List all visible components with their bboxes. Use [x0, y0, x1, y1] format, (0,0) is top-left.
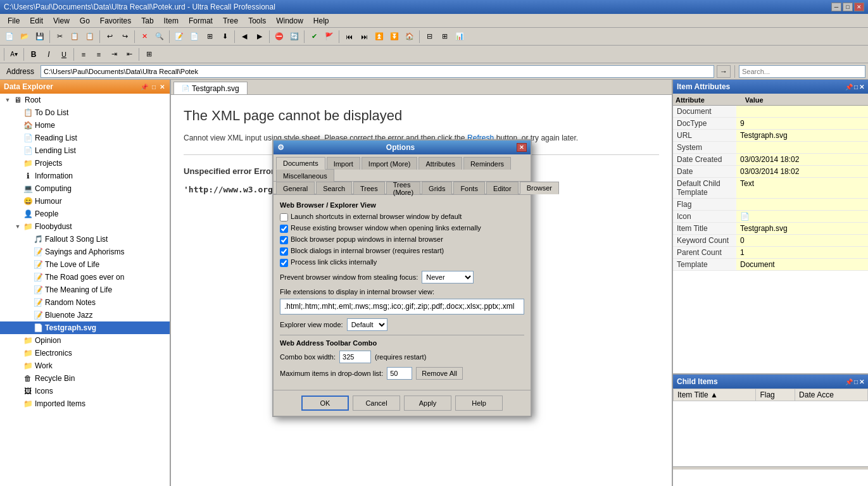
home-nav-btn[interactable]: 🏠 — [403, 30, 417, 44]
copy-btn[interactable]: 📋 — [68, 30, 82, 44]
cb-block-popup[interactable] — [280, 236, 288, 244]
indent-btn[interactable]: ⇥ — [107, 47, 121, 61]
menu-favorites[interactable]: Favorites — [95, 15, 136, 27]
tree-item-testgraph[interactable]: 📄 Testgraph.svg — [0, 321, 170, 334]
dialog-tab-import-more[interactable]: Import (More) — [362, 157, 418, 170]
child-col-flag[interactable]: Flag — [756, 389, 795, 401]
dialog-tab-documents[interactable]: Documents — [276, 157, 325, 170]
refresh-btn[interactable]: 🔄 — [287, 30, 301, 44]
delete-btn[interactable]: ✕ — [137, 30, 151, 44]
attr-close-btn[interactable]: ✕ — [859, 84, 864, 90]
menu-tree[interactable]: Tree — [218, 15, 243, 27]
flag-btn[interactable]: 🚩 — [322, 30, 336, 44]
dialog-tab-general[interactable]: General — [276, 182, 315, 194]
menu-edit[interactable]: Edit — [25, 15, 48, 27]
help-button[interactable]: Help — [455, 396, 503, 411]
tree-item-random[interactable]: 📝 Random Notes — [0, 296, 170, 309]
tree-item-people[interactable]: 👤 People — [0, 208, 170, 220]
dialog-tab-reminders[interactable]: Reminders — [463, 157, 511, 170]
menu-go[interactable]: Go — [75, 15, 95, 27]
font-size-btn[interactable]: A▾ — [7, 47, 21, 61]
tree-item-sayings[interactable]: 📝 Sayings and Aphorisms — [0, 246, 170, 258]
dialog-tab-grids[interactable]: Grids — [422, 182, 452, 194]
italic-btn[interactable]: I — [42, 47, 56, 61]
tree-item-info[interactable]: ℹ Information — [0, 170, 170, 182]
attr-float-btn[interactable]: □ — [854, 84, 858, 90]
dialog-close-btn[interactable]: ✕ — [517, 143, 527, 152]
cb-block-dialogs[interactable] — [280, 247, 288, 256]
panel-close-btn[interactable]: ✕ — [158, 84, 166, 90]
undo-btn[interactable]: ↩ — [103, 30, 116, 44]
child-pin-btn[interactable]: 📌 — [845, 378, 853, 385]
align-left-btn[interactable]: ≡ — [77, 47, 91, 61]
cb-process-links[interactable] — [280, 259, 288, 267]
search-input[interactable] — [739, 65, 865, 78]
back-btn[interactable]: ◀ — [237, 30, 251, 44]
dialog-tab-misc[interactable]: Miscellaneous — [276, 169, 334, 182]
find-btn[interactable]: 🔍 — [153, 30, 167, 44]
close-button[interactable]: ✕ — [854, 3, 864, 11]
tab-testgraph[interactable]: 📄 Testgraph.svg — [173, 82, 248, 94]
tree-item-recycle[interactable]: 🗑 Recycle Bin — [0, 372, 170, 385]
bold-btn[interactable]: B — [27, 47, 41, 61]
save-btn[interactable]: 💾 — [33, 30, 47, 44]
nav1-btn[interactable]: ⏮ — [342, 30, 356, 44]
add-child-btn[interactable]: 📝 — [172, 30, 186, 44]
table-btn[interactable]: ⊞ — [142, 47, 156, 61]
redo-btn[interactable]: ↪ — [118, 30, 132, 44]
go-button[interactable]: → — [717, 65, 731, 78]
tree-item-root[interactable]: ▼ 🖥 Root — [0, 94, 170, 106]
child-col-title[interactable]: Item Title ▲ — [674, 389, 756, 401]
child-close-btn[interactable]: ✕ — [859, 378, 864, 385]
new-btn[interactable]: 📄 — [3, 30, 16, 44]
paste-btn[interactable]: 📋 — [83, 30, 97, 44]
panel-float-btn[interactable]: □ — [151, 84, 157, 90]
open-btn[interactable]: 📂 — [18, 30, 32, 44]
view1-btn[interactable]: ⊟ — [422, 30, 436, 44]
panel-pin-btn[interactable]: 📌 — [139, 84, 149, 90]
ok-button[interactable]: OK — [301, 396, 349, 411]
tree-item-projects[interactable]: 📁 Projects — [0, 157, 170, 170]
tree-item-humour[interactable]: 😄 Humour — [0, 195, 170, 208]
underline-btn[interactable]: U — [57, 47, 71, 61]
prevent-select[interactable]: Never Always Sometimes — [422, 271, 474, 284]
menu-format[interactable]: Format — [184, 15, 218, 27]
dialog-tab-attributes[interactable]: Attributes — [418, 157, 462, 170]
address-input[interactable] — [41, 65, 714, 78]
nav4-btn[interactable]: ⏬ — [387, 30, 401, 44]
cut-btn[interactable]: ✂ — [53, 30, 66, 44]
tree-item-lending[interactable]: 📄 Lending List — [0, 144, 170, 157]
remove-all-button[interactable]: Remove All — [416, 367, 463, 380]
check-btn[interactable]: ✔ — [307, 30, 321, 44]
grid-btn[interactable]: ⊞ — [203, 30, 217, 44]
combo-width-input[interactable] — [339, 351, 371, 363]
cb-external-browser[interactable] — [280, 213, 288, 221]
tree-item-roadgoes[interactable]: 📝 The Road goes ever on — [0, 271, 170, 284]
menu-tools[interactable]: Tools — [243, 15, 271, 27]
tree-item-fallout[interactable]: 🎵 Fallout 3 Song List — [0, 233, 170, 246]
dialog-tab-browser[interactable]: Browser — [520, 182, 559, 194]
dialog-tab-fonts[interactable]: Fonts — [453, 182, 485, 194]
stop-btn[interactable]: ⛔ — [272, 30, 286, 44]
menu-tab[interactable]: Tab — [136, 15, 158, 27]
import-btn[interactable]: ⬇ — [218, 30, 232, 44]
menu-item[interactable]: Item — [159, 15, 184, 27]
align-center-btn[interactable]: ≡ — [92, 47, 106, 61]
outdent-btn[interactable]: ⇤ — [122, 47, 136, 61]
tree-item-todo[interactable]: 📋 To Do List — [0, 106, 170, 119]
max-items-input[interactable] — [387, 367, 412, 380]
minimize-button[interactable]: ─ — [831, 3, 841, 11]
dialog-tab-trees-more[interactable]: Trees (More) — [386, 182, 420, 194]
apply-button[interactable]: Apply — [404, 396, 451, 411]
dialog-tab-editor[interactable]: Editor — [486, 182, 519, 194]
view2-btn[interactable]: ⊞ — [437, 30, 451, 44]
tree-item-electronics[interactable]: 📁 Electronics — [0, 347, 170, 359]
maximize-button[interactable]: □ — [843, 3, 853, 11]
tree-item-work[interactable]: 📁 Work — [0, 359, 170, 372]
nav2-btn[interactable]: ⏭ — [357, 30, 371, 44]
tree-item-lovelife[interactable]: 📝 The Love of Life — [0, 258, 170, 271]
tree-item-imported[interactable]: 📁 Imported Items — [0, 397, 170, 410]
tree-item-home[interactable]: 🏠 Home — [0, 119, 170, 132]
explorer-mode-select[interactable]: Default Custom — [347, 318, 387, 331]
child-float-btn[interactable]: □ — [854, 378, 858, 385]
